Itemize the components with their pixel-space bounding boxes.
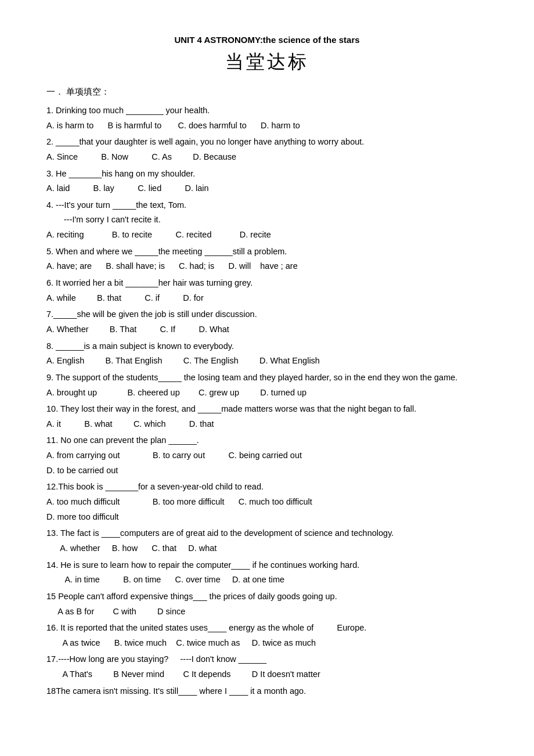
question-4: 4. ---It's your turn _____the text, Tom.… (46, 198, 488, 242)
question-3: 3. He _______his hang on my shoulder. A.… (46, 167, 488, 196)
question-9-options: A. brought up B. cheered up C. grew up D… (46, 386, 488, 400)
question-11-options-a: A. from carrying out B. to carry out C. … (46, 448, 488, 463)
question-5-text: 5. When and where we _____the meeting __… (46, 244, 488, 259)
question-15-options: A as B for C with D since (46, 604, 488, 619)
question-12: 12.This book is _______for a seven-year-… (46, 480, 488, 524)
question-9: 9. The support of the students_____ the … (46, 370, 488, 399)
question-14-text: 14. He is sure to learn how to repair th… (46, 558, 488, 573)
question-6: 6. It worried her a bit _______her hair … (46, 276, 488, 305)
question-16-options: A as twice B. twice much C. twice much a… (46, 636, 488, 650)
question-7: 7._____she will be given the job is stil… (46, 307, 488, 336)
question-2-text: 2. _____that your daughter is well again… (46, 135, 488, 149)
question-14: 14. He is sure to learn how to repair th… (46, 558, 488, 587)
question-5: 5. When and where we _____the meeting __… (46, 244, 488, 273)
question-7-text: 7._____she will be given the job is stil… (46, 307, 488, 322)
question-4-text-a: 4. ---It's your turn _____the text, Tom. (46, 198, 488, 213)
section-header: 一． 单项填空： (46, 87, 488, 98)
question-1-text: 1. Drinking too much ________ your healt… (46, 103, 488, 118)
question-17-text: 17.----How long are you staying? ----I d… (46, 652, 488, 667)
question-15: 15 People can't afford expensive things_… (46, 589, 488, 618)
question-11-options-b: D. to be carried out (46, 463, 488, 478)
question-13-options: A. whether B. how C. that D. what (46, 541, 488, 556)
question-8-options: A. English B. That English C. The Englis… (46, 354, 488, 368)
question-2: 2. _____that your daughter is well again… (46, 135, 488, 164)
question-18-text: 18The camera isn't missing. It's still__… (46, 684, 488, 699)
question-16-text: 16. It is reported that the united state… (46, 621, 488, 635)
chinese-title: 当堂达标 (46, 49, 488, 75)
question-1: 1. Drinking too much ________ your healt… (46, 103, 488, 132)
question-15-text: 15 People can't afford expensive things_… (46, 589, 488, 604)
question-11: 11. No one can prevent the plan ______. … (46, 433, 488, 477)
question-5-options: A. have; are B. shall have; is C. had; i… (46, 259, 488, 273)
question-11-text: 11. No one can prevent the plan ______. (46, 433, 488, 448)
question-1-options: A. is harm to B is harmful to C. does ha… (46, 118, 488, 133)
question-4-options: A. reciting B. to recite C. recited D. r… (46, 228, 488, 242)
question-2-options: A. Since B. Now C. As D. Because (46, 150, 488, 164)
question-7-options: A. Whether B. That C. If D. What (46, 322, 488, 337)
question-12-options-b: D. more too difficult (46, 510, 488, 524)
question-10: 10. They lost their way in the forest, a… (46, 402, 488, 431)
questions-container: 1. Drinking too much ________ your healt… (46, 103, 488, 698)
question-14-options: A. in time B. on time C. over time D. at… (46, 573, 488, 587)
question-17-options: A That's B Never mind C It depends D It … (46, 667, 488, 682)
question-3-options: A. laid B. lay C. lied D. lain (46, 181, 488, 196)
question-6-text: 6. It worried her a bit _______her hair … (46, 276, 488, 290)
question-13-text: 13. The fact is ____computers are of gre… (46, 526, 488, 541)
question-12-text: 12.This book is _______for a seven-year-… (46, 480, 488, 494)
question-16: 16. It is reported that the united state… (46, 621, 488, 650)
question-12-options-a: A. too much difficult B. too more diffic… (46, 495, 488, 509)
question-9-text: 9. The support of the students_____ the … (46, 370, 488, 385)
question-8: 8. ______is a main subject is known to e… (46, 339, 488, 368)
question-10-options: A. it B. what C. which D. that (46, 417, 488, 431)
unit-title: UNIT 4 ASTRONOMY:the science of the star… (46, 35, 488, 45)
question-8-text: 8. ______is a main subject is known to e… (46, 339, 488, 354)
question-10-text: 10. They lost their way in the forest, a… (46, 402, 488, 416)
question-4-text-b: ---I'm sorry I can't recite it. (64, 213, 488, 227)
question-3-text: 3. He _______his hang on my shoulder. (46, 167, 488, 181)
question-18: 18The camera isn't missing. It's still__… (46, 684, 488, 699)
question-13: 13. The fact is ____computers are of gre… (46, 526, 488, 555)
question-6-options: A. while B. that C. if D. for (46, 291, 488, 305)
question-17: 17.----How long are you staying? ----I d… (46, 652, 488, 681)
